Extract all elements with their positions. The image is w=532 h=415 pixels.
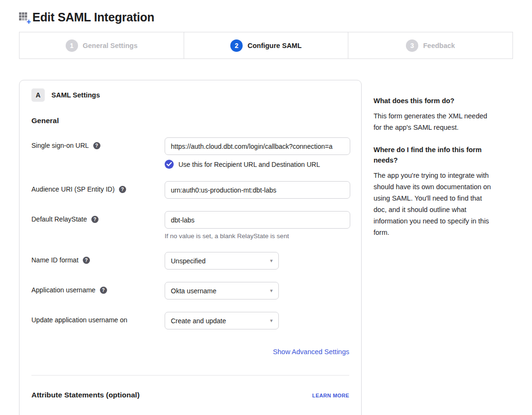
general-heading: General [31, 116, 349, 125]
chevron-down-icon: ▾ [270, 318, 273, 324]
help-icon[interactable]: ? [100, 287, 107, 294]
help-icon[interactable]: ? [93, 142, 100, 149]
app-grid-plus-icon: + [19, 12, 30, 23]
saml-settings-card: A SAML Settings General Single sign-on U… [19, 80, 362, 415]
relay-state-row: Default RelayState ? If no value is set,… [31, 211, 349, 240]
sidebar-answer-1: This form generates the XML needed for t… [374, 110, 493, 133]
step-3-label: Feedback [423, 42, 455, 49]
use-for-recipient-label: Use this for Recipient URL and Destinati… [178, 161, 320, 168]
relay-state-label: Default RelayState [31, 215, 87, 223]
update-username-label-wrap: Update application username on [31, 312, 165, 324]
sso-url-label-wrap: Single sign-on URL ? [31, 137, 165, 149]
name-id-format-label: Name ID format [31, 256, 79, 264]
sso-url-input[interactable] [165, 137, 350, 155]
chevron-down-icon: ▾ [270, 288, 273, 294]
show-advanced-settings-link[interactable]: Show Advanced Settings [273, 348, 349, 356]
audience-uri-label: Audience URI (SP Entity ID) [31, 185, 115, 193]
audience-uri-input[interactable] [165, 181, 350, 199]
name-id-format-row: Name ID format ? Unspecified ▾ [31, 252, 349, 270]
use-for-recipient-checkbox[interactable] [165, 160, 174, 169]
step-2-label: Configure SAML [247, 42, 302, 49]
page-title: Edit SAML Integration [32, 10, 154, 24]
section-divider [31, 375, 349, 376]
application-username-value: Okta username [171, 287, 217, 295]
relay-state-helper: If no value is set, a blank RelayState i… [165, 232, 350, 240]
help-sidebar: What does this form do? This form genera… [374, 80, 493, 250]
chevron-down-icon: ▾ [270, 258, 273, 264]
application-username-label: Application username [31, 286, 96, 294]
sidebar-question-2: Where do I find the info this form needs… [374, 145, 493, 165]
section-a-badge: A [31, 88, 45, 102]
attribute-statements-title: Attribute Statements (optional) [31, 391, 139, 399]
help-icon[interactable]: ? [119, 186, 126, 193]
name-id-format-select[interactable]: Unspecified ▾ [165, 252, 279, 270]
wizard-stepper: 1 General Settings 2 Configure SAML 3 Fe… [19, 32, 513, 59]
sso-url-row: Single sign-on URL ? Use this for Recipi… [31, 137, 349, 169]
learn-more-link[interactable]: LEARN MORE [312, 393, 349, 398]
update-username-row: Update application username on Create an… [31, 312, 349, 329]
help-icon[interactable]: ? [83, 257, 90, 264]
step-3-number: 3 [406, 39, 418, 52]
relay-state-input[interactable] [165, 211, 350, 229]
relay-state-label-wrap: Default RelayState ? [31, 211, 165, 223]
section-title: SAML Settings [51, 91, 100, 99]
update-username-value: Create and update [171, 317, 226, 325]
step-1-label: General Settings [83, 42, 138, 49]
step-general-settings[interactable]: 1 General Settings [20, 32, 184, 58]
application-username-select[interactable]: Okta username ▾ [165, 282, 279, 299]
edit-saml-integration-page: + Edit SAML Integration 1 General Settin… [0, 10, 532, 415]
help-icon[interactable]: ? [91, 216, 99, 223]
page-header: + Edit SAML Integration [19, 10, 513, 24]
name-id-format-label-wrap: Name ID format ? [31, 252, 165, 264]
step-2-number: 2 [230, 39, 243, 52]
plus-icon: + [27, 18, 31, 26]
section-header: A SAML Settings [31, 88, 349, 102]
name-id-format-value: Unspecified [171, 257, 206, 265]
audience-uri-row: Audience URI (SP Entity ID) ? [31, 181, 349, 199]
step-configure-saml[interactable]: 2 Configure SAML [184, 32, 348, 58]
audience-uri-label-wrap: Audience URI (SP Entity ID) ? [31, 181, 165, 193]
update-username-select[interactable]: Create and update ▾ [165, 312, 279, 329]
sso-url-label: Single sign-on URL [31, 142, 89, 149]
attribute-statements-header: Attribute Statements (optional) LEARN MO… [31, 391, 349, 399]
sidebar-answer-2: The app you're trying to integrate with … [374, 170, 493, 238]
application-username-row: Application username ? Okta username ▾ [31, 282, 349, 299]
step-feedback[interactable]: 3 Feedback [348, 32, 512, 58]
update-username-label: Update application username on [31, 316, 128, 324]
check-icon [167, 162, 172, 166]
sidebar-question-1: What does this form do? [374, 96, 493, 106]
step-1-number: 1 [66, 39, 78, 52]
application-username-label-wrap: Application username ? [31, 282, 165, 294]
